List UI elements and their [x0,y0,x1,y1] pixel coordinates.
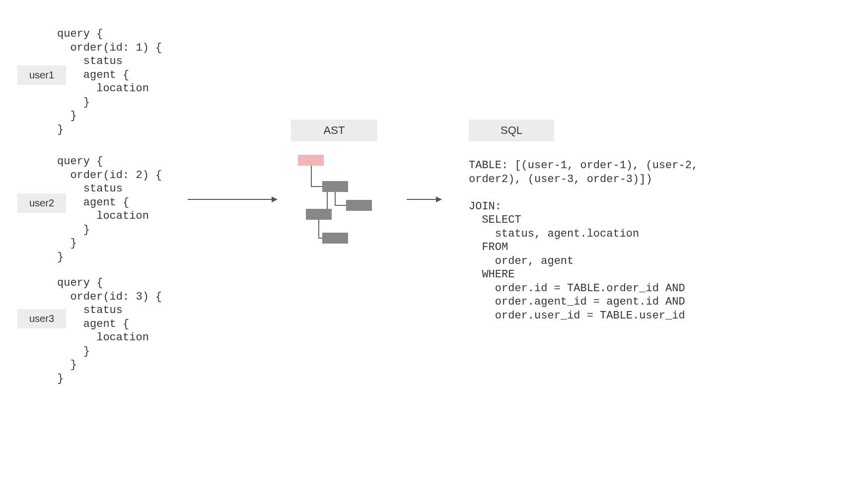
ast-node-4 [322,233,348,244]
ast-node-1 [322,181,348,192]
sql-header: SQL [469,120,554,141]
ast-node-2 [346,200,372,211]
ast-node-3 [306,209,332,220]
query-block-1: query { order(id: 1) { status agent { lo… [57,27,162,136]
query-block-3: query { order(id: 3) { status agent { lo… [57,276,162,385]
ast-node-root [298,155,324,166]
ast-header: AST [291,120,377,141]
arrow-queries-to-ast [188,199,277,200]
sql-block: TABLE: [(user-1, order-1), (user-2, orde… [469,159,698,322]
arrow-ast-to-sql [407,199,441,200]
query-block-2: query { order(id: 2) { status agent { lo… [57,155,162,264]
